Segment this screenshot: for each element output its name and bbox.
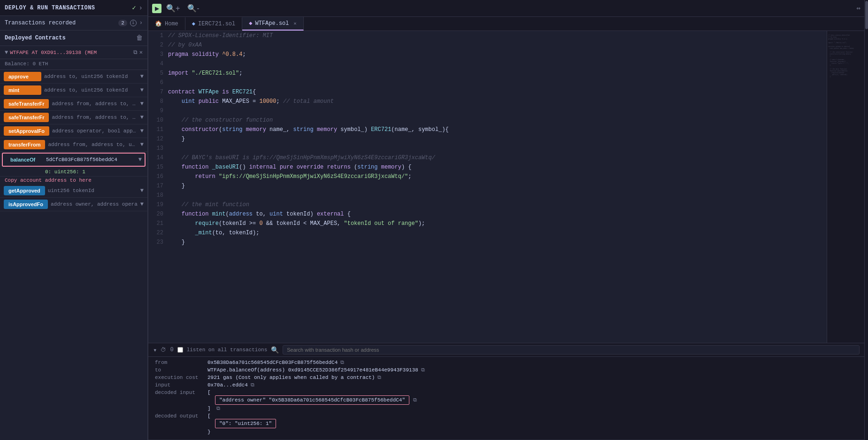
- get-approved-chevron-icon[interactable]: ▼: [140, 187, 144, 194]
- code-line-11: 11 constructor(string memory name_, stri…: [148, 125, 827, 134]
- code-line-13: 13: [148, 144, 827, 153]
- zoom-out-button[interactable]: 🔍-: [184, 3, 202, 14]
- code-line-19: 19 // the mint function: [148, 200, 827, 209]
- balance-of-output: 0: uint256: 1: [0, 168, 147, 177]
- set-approval-fo-chevron-icon[interactable]: ▼: [140, 128, 144, 134]
- zoom-in-button[interactable]: 🔍+: [163, 3, 183, 14]
- transfer-from-params: address from, address to, uint: [48, 142, 137, 147]
- contract-item[interactable]: ▼ WTFAPE AT 0XD91...39138 (MEM ⧉ ✕: [0, 46, 147, 59]
- to-row: to WTFApe.balanceOf(address) 0xd9145CCE5…: [155, 367, 858, 373]
- tab-wtfape[interactable]: ◆ WTFApe.sol ✕: [242, 17, 303, 31]
- editor-container: 1 // SPDX-License-Identifier: MIT 2 // b…: [148, 31, 864, 343]
- code-line-12: 12 }: [148, 134, 827, 144]
- console-area: ▾ ⏱ 0 listen on all transactions 🔍 from …: [148, 343, 864, 440]
- balance-row: Balance: 0 ETH: [0, 59, 147, 70]
- balance-of-button[interactable]: balanceOf: [6, 155, 43, 164]
- code-line-14: 14 // BAYC's baseURI is ipfs://QmeSjSinH…: [148, 153, 827, 162]
- listen-checkbox[interactable]: [177, 347, 183, 353]
- fn-row-approve: approve address to, uint256 tokenId ▼: [0, 70, 147, 84]
- code-line-4: 4: [148, 59, 827, 69]
- home-icon: 🏠: [155, 20, 162, 27]
- contract-chevron-icon[interactable]: ▼: [5, 49, 8, 56]
- check-icon: ✓: [132, 4, 136, 12]
- fn-row-getapproved: getApproved uint256 tokenId ▼: [0, 184, 147, 198]
- right-panel: ▶ 🔍+ 🔍- ⇔ 🏠 Home ◆ IERC721.sol ◆ WTFApe.…: [148, 0, 864, 440]
- safe-transfer-fr2-chevron-icon[interactable]: ▼: [140, 114, 144, 121]
- tab-wtfape-close-icon[interactable]: ✕: [294, 21, 297, 26]
- code-line-6: 6: [148, 78, 827, 87]
- is-approved-fo-chevron-icon[interactable]: ▼: [140, 201, 144, 208]
- tab-home[interactable]: 🏠 Home: [148, 17, 185, 30]
- fn-row-setapproval: setApprovalFo address operator, bool app…: [0, 124, 147, 138]
- info-icon[interactable]: i: [130, 20, 137, 26]
- forward-icon[interactable]: ›: [139, 4, 143, 12]
- fn-row-safetransfer2: safeTransferFr address from, address to,…: [0, 111, 147, 124]
- console-search-input[interactable]: [283, 345, 860, 355]
- safe-transfer-fr1-chevron-icon[interactable]: ▼: [140, 100, 144, 107]
- deployed-contracts-title: Deployed Contracts: [5, 35, 136, 41]
- is-approved-fo-params: address owner, address opera: [51, 201, 138, 207]
- decoded-output-bracket-close: }: [207, 429, 211, 435]
- exec-cost-copy-icon[interactable]: ⧉: [377, 375, 381, 380]
- trash-icon[interactable]: 🗑: [136, 34, 143, 42]
- approve-button[interactable]: approve: [4, 72, 41, 81]
- code-line-15: 15 function _baseURI() internal pure ove…: [148, 162, 827, 172]
- input-copy-icon[interactable]: ⧉: [251, 382, 254, 388]
- decoded-output-content: [ "0": "uint256: 1" }: [207, 413, 276, 435]
- from-copy-icon[interactable]: ⧉: [340, 360, 344, 365]
- contract-copy-icon[interactable]: ⧉: [133, 49, 138, 56]
- console-collapse-icon[interactable]: ▾: [153, 346, 157, 354]
- decoded-output-label: decoded output: [155, 413, 202, 419]
- tab-bar: 🏠 Home ◆ IERC721.sol ◆ WTFApe.sol ✕: [148, 17, 864, 31]
- safe-transfer-fr1-button[interactable]: safeTransferFr: [4, 99, 49, 108]
- transactions-chevron-icon[interactable]: ›: [139, 20, 143, 26]
- code-line-9: 9: [148, 106, 827, 116]
- safe-transfer-fr2-params: address from, address to, uint: [52, 115, 137, 120]
- approve-chevron-icon[interactable]: ▼: [140, 73, 144, 80]
- panel-header: DEPLOY & RUN TRANSACTIONS ✓ ›: [0, 0, 147, 16]
- safe-transfer-fr2-button[interactable]: safeTransferFr: [4, 113, 49, 122]
- to-value: WTFApe.balanceOf(address) 0xd9145CCE52D3…: [207, 367, 425, 373]
- decoded-input-outer-copy-icon[interactable]: ⧉: [216, 406, 220, 411]
- fn-row-mint: mint address to, uint256 tokenId ▼: [0, 84, 147, 97]
- transfer-from-button[interactable]: transferFrom: [4, 140, 45, 149]
- balance-of-input: 5dCfcB03FcB875f56beddC4: [46, 157, 136, 162]
- code-line-10: 10 // the constructor function: [148, 116, 827, 125]
- mint-params: address to, uint256 tokenId: [44, 87, 138, 93]
- panel-title: DEPLOY & RUN TRANSACTIONS: [5, 5, 129, 11]
- right-scrollbar[interactable]: [864, 0, 868, 440]
- set-approval-fo-button[interactable]: setApprovalFo: [4, 126, 49, 136]
- code-editor[interactable]: 1 // SPDX-License-Identifier: MIT 2 // b…: [148, 31, 827, 343]
- get-approved-button[interactable]: getApproved: [4, 186, 45, 195]
- from-label: from: [155, 360, 202, 365]
- mint-chevron-icon[interactable]: ▼: [140, 87, 144, 93]
- run-button[interactable]: ▶: [152, 4, 161, 13]
- to-copy-icon[interactable]: ⧉: [421, 367, 425, 373]
- listen-label: listen on all transactions: [187, 347, 268, 353]
- code-line-5: 5 import "./ERC721.sol";: [148, 69, 827, 78]
- exec-cost-label: execution cost: [155, 375, 202, 380]
- ierc721-icon: ◆: [192, 20, 195, 27]
- decoded-input-copy-icon[interactable]: ⧉: [413, 397, 417, 403]
- decoded-input-bracket-close: ]: [207, 406, 211, 411]
- balance-of-chevron-icon[interactable]: ▼: [138, 156, 142, 163]
- balance-value: Balance: 0 ETH: [5, 61, 48, 67]
- is-approved-fo-button[interactable]: isApprovedFo: [4, 200, 48, 209]
- expand-icon[interactable]: ⇔: [857, 4, 860, 12]
- tab-ierc721[interactable]: ◆ IERC721.sol: [185, 17, 242, 30]
- decoded-input-content: [ "address owner" "0x5B38Da6a701c568545d…: [207, 390, 417, 411]
- decoded-input-bracket-open: [: [207, 390, 211, 395]
- code-line-17: 17 }: [148, 181, 827, 191]
- transfer-from-chevron-icon[interactable]: ▼: [140, 141, 144, 148]
- decoded-output-value: "0": "uint256: 1": [215, 419, 276, 428]
- transactions-label: Transactions recorded: [5, 20, 115, 26]
- mint-button[interactable]: mint: [4, 85, 41, 95]
- contract-close-icon[interactable]: ✕: [139, 49, 143, 56]
- transactions-bar[interactable]: Transactions recorded 2 i ›: [0, 16, 147, 31]
- from-row: from 0x5B38Da6a701c568545dCFcB03FcB875f5…: [155, 360, 858, 365]
- fn-row-transferfrom: transferFrom address from, address to, u…: [0, 138, 147, 152]
- decoded-output-inner: "0": "uint256: 1": [215, 419, 276, 428]
- input-row: input 0x70a...eddc4 ⧉: [155, 382, 858, 388]
- code-line-1: 1 // SPDX-License-Identifier: MIT: [148, 31, 827, 40]
- decoded-output-bracket-open: [: [207, 413, 211, 419]
